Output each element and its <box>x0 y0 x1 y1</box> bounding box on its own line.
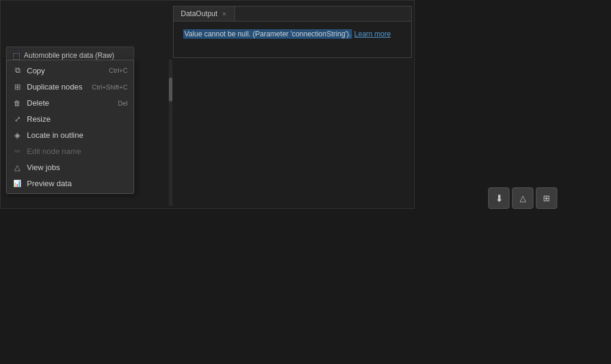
menu-shortcut-copy: Ctrl+C <box>109 67 128 74</box>
duplicate-icon: ⊞ <box>13 82 22 91</box>
jobs-icon: △ <box>13 163 22 172</box>
menu-item-preview-data[interactable]: 📊 Preview data <box>7 175 134 192</box>
preview-icon: 📊 <box>13 180 22 187</box>
menu-shortcut-duplicate: Ctrl+Shift+C <box>92 84 128 91</box>
expand-button[interactable]: ⊞ <box>536 187 557 209</box>
menu-label-preview-data: Preview data <box>27 179 128 188</box>
scrollbar-thumb[interactable] <box>169 78 172 101</box>
bottom-toolbar: ⬇ △ ⊞ <box>488 187 557 209</box>
menu-item-edit-node-name[interactable]: ✏ Edit node name <box>7 143 134 159</box>
panel-tab-dataoutput[interactable]: DataOutput × <box>174 7 235 21</box>
error-highlighted-text: Value cannot be null. (Parameter 'connec… <box>183 29 352 39</box>
context-menu: ⧉ Copy Ctrl+C ⊞ Duplicate nodes Ctrl+Shi… <box>6 60 134 194</box>
delete-icon: 🗑 <box>13 99 22 107</box>
download-icon: ⬇ <box>495 193 503 204</box>
menu-item-resize[interactable]: ⤢ Resize <box>7 111 134 127</box>
panel-tab-bar: DataOutput × <box>174 7 411 21</box>
expand-icon: ⊞ <box>543 193 550 203</box>
copy-icon: ⧉ <box>13 66 22 75</box>
menu-label-edit-node-name: Edit node name <box>27 147 128 156</box>
edit-icon: ✏ <box>13 147 22 156</box>
refresh-button[interactable]: △ <box>512 187 533 209</box>
panel-content: Value cannot be null. (Parameter 'connec… <box>174 21 411 57</box>
menu-shortcut-delete: Del <box>118 100 128 107</box>
menu-item-view-jobs[interactable]: △ View jobs <box>7 159 134 175</box>
scrollbar-track[interactable] <box>169 60 172 206</box>
menu-item-duplicate[interactable]: ⊞ Duplicate nodes Ctrl+Shift+C <box>7 79 134 95</box>
node-icon: ⬚ <box>13 51 20 60</box>
refresh-icon: △ <box>520 193 526 203</box>
panel-tab-label: DataOutput <box>181 10 217 18</box>
download-button[interactable]: ⬇ <box>488 187 510 209</box>
resize-icon: ⤢ <box>13 115 22 124</box>
menu-label-delete: Delete <box>27 98 113 107</box>
menu-label-copy: Copy <box>27 66 104 75</box>
data-output-panel: DataOutput × Value cannot be null. (Para… <box>173 6 412 58</box>
learn-more-link[interactable]: Learn more <box>354 30 391 38</box>
menu-item-delete[interactable]: 🗑 Delete Del <box>7 95 134 111</box>
menu-label-resize: Resize <box>27 115 128 124</box>
menu-label-duplicate: Duplicate nodes <box>27 82 87 91</box>
panel-tab-close-button[interactable]: × <box>221 10 227 17</box>
menu-label-view-jobs: View jobs <box>27 163 128 172</box>
node-label-text: Automobile price data (Raw) <box>24 51 114 60</box>
menu-item-locate[interactable]: ◈ Locate in outline <box>7 127 134 143</box>
error-message: Value cannot be null. (Parameter 'connec… <box>183 29 402 39</box>
menu-label-locate: Locate in outline <box>27 131 128 140</box>
locate-icon: ◈ <box>13 131 22 140</box>
menu-item-copy[interactable]: ⧉ Copy Ctrl+C <box>7 62 134 79</box>
